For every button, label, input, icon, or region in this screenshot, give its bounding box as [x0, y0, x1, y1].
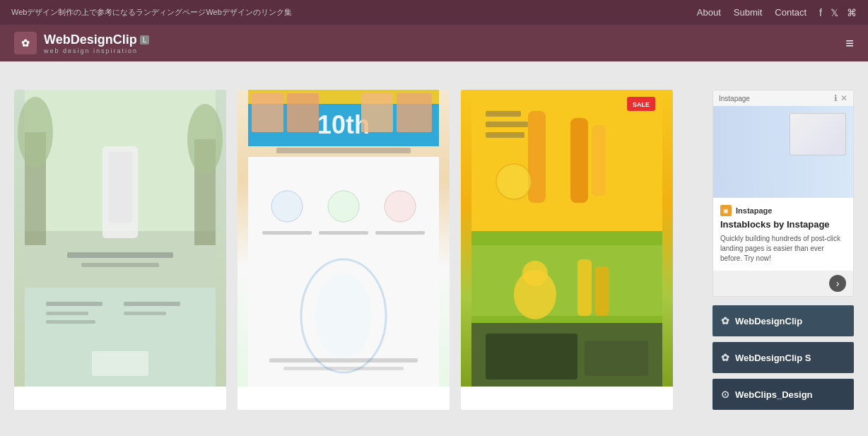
- gallery-card-3[interactable]: SALE: [461, 90, 673, 410]
- svg-rect-21: [287, 93, 319, 132]
- svg-rect-34: [269, 358, 418, 363]
- svg-rect-15: [124, 312, 166, 315]
- svg-rect-54: [585, 341, 648, 376]
- svg-point-4: [18, 97, 53, 167]
- ad-controls: ℹ ✕: [834, 93, 848, 103]
- svg-rect-13: [46, 320, 95, 324]
- ad-block: Instapage ℹ ✕ ▣ Instapage Instablocks by…: [712, 90, 854, 297]
- svg-rect-53: [486, 334, 577, 379]
- svg-rect-41: [592, 125, 606, 196]
- sidebar-link-icon-2: ✿: [721, 352, 729, 363]
- card-img-placeholder-1: [14, 90, 226, 387]
- ad-image-inner: [713, 106, 853, 198]
- logo-text: WebDesignClip L web design inspiration: [44, 33, 149, 54]
- ad-label: Instapage: [719, 95, 750, 102]
- logo-name: WebDesignClip: [44, 33, 137, 47]
- top-nav-links: About Submit Contact f 𝕏 ⌘: [697, 7, 857, 18]
- sidebar-link-3[interactable]: ⊙ WebClips_Design: [712, 379, 854, 410]
- ad-brand: ▣ Instapage: [720, 205, 846, 216]
- card-image-1: [14, 90, 226, 387]
- svg-rect-9: [81, 263, 159, 267]
- contact-link[interactable]: Contact: [775, 7, 807, 18]
- svg-point-33: [315, 273, 372, 358]
- gallery-card-2[interactable]: 10th: [237, 90, 450, 410]
- card-image-2: 10th: [237, 90, 450, 387]
- svg-rect-47: [471, 245, 662, 316]
- header: ✿ WebDesignClip L web design inspiration…: [0, 25, 868, 61]
- svg-rect-12: [46, 312, 88, 315]
- svg-rect-50: [577, 259, 592, 316]
- social-icons: f 𝕏 ⌘: [819, 7, 857, 18]
- sidebar-link-2[interactable]: ✿ WebDesignClip S: [712, 342, 854, 373]
- svg-rect-16: [92, 351, 148, 376]
- sidebar-link-icon-1: ✿: [721, 315, 729, 326]
- ad-info-btn[interactable]: ℹ: [834, 93, 838, 103]
- gallery-card-1[interactable]: [14, 90, 226, 410]
- svg-rect-44: [486, 132, 524, 138]
- card-img-placeholder-2: 10th: [237, 90, 450, 387]
- ad-header: Instapage ℹ ✕: [713, 90, 853, 106]
- sidebar-link-label-1: WebDesignClip: [735, 316, 802, 326]
- svg-rect-35: [283, 367, 404, 370]
- svg-rect-43: [486, 122, 528, 127]
- ad-screenshot: [790, 113, 846, 155]
- ad-content: ▣ Instapage Instablocks by Instapage Qui…: [713, 198, 853, 271]
- svg-point-5: [187, 104, 223, 175]
- ad-brand-name: Instapage: [736, 206, 772, 215]
- ad-cta: ›: [713, 271, 853, 296]
- hamburger-menu[interactable]: ≡: [845, 35, 854, 52]
- svg-rect-51: [595, 266, 609, 316]
- rss-icon[interactable]: ⌘: [847, 7, 857, 18]
- ad-brand-icon: ▣: [720, 205, 732, 216]
- sidebar-link-icon-3: ⊙: [721, 389, 729, 400]
- logo-main-row: WebDesignClip L: [44, 33, 149, 47]
- svg-rect-30: [319, 231, 368, 235]
- svg-point-45: [496, 164, 532, 199]
- gallery-grid: 10th: [14, 90, 701, 410]
- top-nav: Webデザイン制作の上で参考になるランディングページWebデザインのリンク集 A…: [0, 0, 868, 25]
- svg-rect-24: [276, 148, 411, 153]
- sidebar-link-1[interactable]: ✿ WebDesignClip: [712, 305, 854, 336]
- svg-point-28: [385, 191, 416, 222]
- submit-link[interactable]: Submit: [734, 7, 762, 18]
- logo-subtitle: web design inspiration: [44, 47, 149, 54]
- twitter-icon[interactable]: 𝕏: [831, 7, 838, 18]
- facebook-icon[interactable]: f: [819, 7, 822, 18]
- svg-rect-14: [124, 302, 180, 306]
- svg-point-27: [328, 191, 359, 222]
- top-nav-description: Webデザイン制作の上で参考になるランディングページWebデザインのリンク集: [11, 7, 292, 18]
- ad-description: Quickly building hundreds of post-click …: [720, 234, 846, 264]
- card-img-placeholder-3: SALE: [461, 90, 673, 387]
- svg-rect-22: [361, 93, 393, 132]
- card-image-3: SALE: [461, 90, 673, 387]
- svg-rect-23: [397, 93, 432, 132]
- ad-cta-button[interactable]: ›: [829, 275, 846, 292]
- ad-close-btn[interactable]: ✕: [840, 93, 848, 103]
- svg-text:SALE: SALE: [633, 101, 650, 108]
- sidebar-link-label-2: WebDesignClip S: [735, 353, 811, 363]
- logo-area[interactable]: ✿ WebDesignClip L web design inspiration: [14, 32, 149, 54]
- svg-rect-42: [486, 111, 521, 117]
- svg-rect-8: [67, 252, 173, 258]
- logo-badge: L: [140, 35, 150, 45]
- svg-point-49: [522, 261, 548, 286]
- ad-title: Instablocks by Instapage: [720, 219, 846, 230]
- svg-rect-11: [46, 302, 102, 306]
- svg-rect-29: [262, 231, 312, 235]
- svg-point-26: [271, 191, 303, 222]
- svg-rect-31: [375, 231, 425, 235]
- instapage-logo-text: Instapage: [719, 95, 750, 102]
- ad-image-area: [713, 106, 853, 198]
- sidebar-link-label-3: WebClips_Design: [735, 389, 813, 400]
- svg-rect-40: [570, 118, 588, 203]
- svg-rect-20: [252, 93, 283, 132]
- sidebar: Instapage ℹ ✕ ▣ Instapage Instablocks by…: [712, 90, 854, 410]
- logo-icon: ✿: [14, 32, 37, 54]
- svg-rect-7: [108, 152, 132, 223]
- main-content: 10th: [0, 61, 868, 424]
- about-link[interactable]: About: [697, 7, 721, 18]
